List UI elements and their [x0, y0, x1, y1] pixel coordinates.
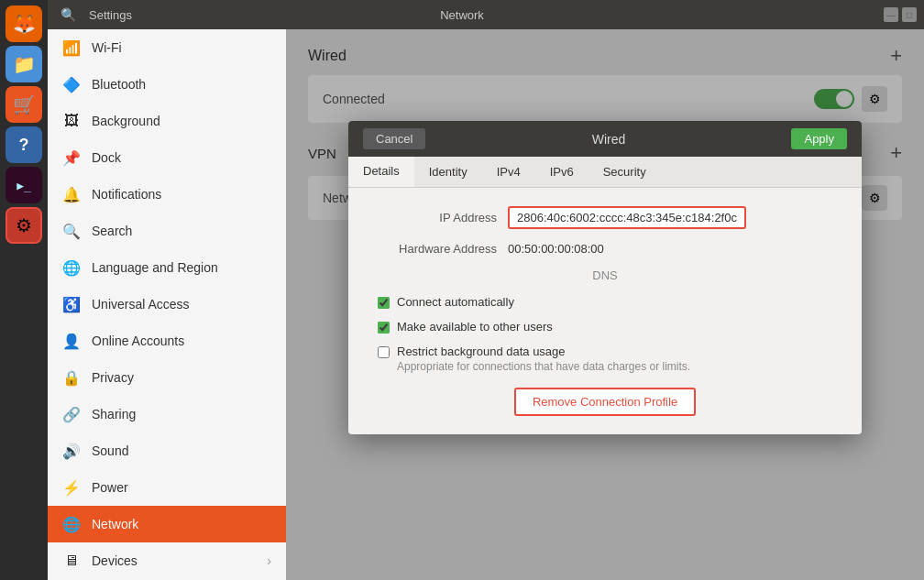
sidebar-item-label-universal-access: Universal Access	[92, 297, 190, 312]
sidebar-item-label-sound: Sound	[92, 443, 128, 458]
sidebar-item-devices[interactable]: 🖥 Devices ›	[48, 542, 286, 579]
sidebar-item-wifi[interactable]: 📶 Wi-Fi	[48, 29, 286, 66]
modal-title: Wired	[425, 132, 791, 147]
restrict-data-checkbox[interactable]	[378, 346, 390, 358]
sidebar-item-label-privacy: Privacy	[92, 370, 134, 385]
sidebar-item-bluetooth[interactable]: 🔷 Bluetooth	[48, 66, 286, 103]
universal-access-icon: ♿	[62, 295, 81, 313]
devices-icon: 🖥	[62, 552, 81, 570]
sidebar-item-label-background: Background	[92, 114, 160, 128]
titlebar-left: 🔍 Settings	[55, 5, 132, 24]
restrict-data-sublabel: Appropriate for connections that have da…	[397, 360, 690, 373]
modal-apply-button[interactable]: Apply	[791, 128, 847, 149]
sidebar-item-label-network: Network	[92, 517, 138, 531]
minimize-button[interactable]: —	[884, 7, 898, 22]
sidebar-item-sharing[interactable]: 🔗 Sharing	[48, 396, 286, 432]
titlebar-search-button[interactable]: 🔍	[55, 5, 82, 24]
sidebar-item-network[interactable]: 🌐 Network	[48, 506, 286, 542]
sidebar-item-label-devices: Devices	[92, 553, 138, 568]
sidebar-item-language[interactable]: 🌐 Language and Region	[48, 249, 286, 286]
modal-body: IP Address 2806:40c:6002:cccc:48c3:345e:…	[348, 188, 862, 434]
sidebar-item-label-search: Search	[92, 224, 132, 238]
sidebar-item-background[interactable]: 🖼 Background	[48, 103, 286, 139]
sidebar-item-notifications[interactable]: 🔔 Notifications	[48, 176, 286, 213]
settings-dock-icon[interactable]: ⚙	[6, 207, 42, 244]
ip-address-row: IP Address 2806:40c:6002:cccc:48c3:345e:…	[370, 206, 840, 229]
privacy-icon: 🔒	[62, 368, 81, 387]
power-icon: ⚡	[62, 478, 81, 497]
titlebar-network-title: Network	[440, 8, 484, 22]
tab-ipv4[interactable]: IPv4	[482, 157, 535, 187]
bluetooth-icon: 🔷	[62, 75, 81, 93]
dock-icon-sidebar: 📌	[62, 148, 81, 167]
online-accounts-icon: 👤	[62, 332, 81, 350]
modal-overlay: Cancel Wired Apply Details Identity IPv4…	[286, 29, 924, 580]
sharing-icon: 🔗	[62, 405, 81, 423]
sidebar-item-sound[interactable]: 🔊 Sound	[48, 432, 286, 469]
software-dock-icon[interactable]: 🛒	[6, 86, 42, 123]
files-dock-icon[interactable]: 📁	[6, 46, 42, 82]
content-area: 📶 Wi-Fi 🔷 Bluetooth 🖼 Background 📌 Dock …	[48, 29, 924, 580]
sidebar-item-search[interactable]: 🔍 Search	[48, 213, 286, 249]
sidebar-item-online-accounts[interactable]: 👤 Online Accounts	[48, 323, 286, 359]
dns-label: DNS	[370, 268, 840, 282]
sidebar-item-label-bluetooth: Bluetooth	[92, 77, 146, 92]
tab-identity[interactable]: Identity	[414, 157, 482, 187]
sidebar-item-universal-access[interactable]: ♿ Universal Access	[48, 286, 286, 323]
restrict-data-row: Restrict background data usage Appropria…	[370, 345, 840, 373]
network-icon: 🌐	[62, 515, 81, 533]
network-main-panel: Wired + Connected ⚙	[286, 29, 924, 580]
sidebar-item-dock[interactable]: 📌 Dock	[48, 139, 286, 176]
hardware-address-value: 00:50:00:00:08:00	[508, 242, 604, 256]
settings-sidebar: 📶 Wi-Fi 🔷 Bluetooth 🖼 Background 📌 Dock …	[48, 29, 286, 580]
sidebar-item-label-online-accounts: Online Accounts	[92, 334, 184, 348]
sidebar-item-label-sharing: Sharing	[92, 407, 136, 421]
sidebar-item-label-notifications: Notifications	[92, 187, 161, 202]
firefox-dock-icon[interactable]: 🦊	[6, 5, 42, 42]
restrict-data-label: Restrict background data usage	[397, 345, 690, 358]
sidebar-item-privacy[interactable]: 🔒 Privacy	[48, 359, 286, 396]
language-icon: 🌐	[62, 258, 81, 277]
sidebar-item-label-dock: Dock	[92, 150, 121, 165]
search-icon-sidebar: 🔍	[62, 222, 81, 240]
ip-address-label: IP Address	[370, 211, 508, 224]
modal-cancel-button[interactable]: Cancel	[363, 128, 425, 149]
ip-address-value: 2806:40c:6002:cccc:48c3:345e:c184:2f0c	[508, 206, 746, 229]
background-icon: 🖼	[62, 112, 81, 130]
make-available-checkbox[interactable]	[378, 322, 390, 334]
connect-auto-row: Connect automatically	[370, 295, 840, 309]
titlebar: 🔍 Settings Network — □	[48, 0, 924, 29]
application-dock: 🦊 📁 🛒 ? ▶_ ⚙	[0, 0, 48, 580]
help-dock-icon[interactable]: ?	[6, 126, 42, 163]
tab-ipv6[interactable]: IPv6	[535, 157, 588, 187]
sidebar-item-label-wifi: Wi-Fi	[92, 40, 122, 55]
titlebar-settings-title: Settings	[89, 8, 132, 22]
make-available-label: Make available to other users	[397, 320, 553, 334]
sidebar-item-power[interactable]: ⚡ Power	[48, 469, 286, 506]
tab-security[interactable]: Security	[588, 157, 661, 187]
modal-header: Cancel Wired Apply	[348, 121, 862, 157]
make-available-row: Make available to other users	[370, 320, 840, 334]
hardware-address-row: Hardware Address 00:50:00:00:08:00	[370, 242, 840, 256]
notifications-icon: 🔔	[62, 185, 81, 203]
wired-settings-modal: Cancel Wired Apply Details Identity IPv4…	[348, 121, 862, 434]
tab-details[interactable]: Details	[348, 157, 414, 187]
window-controls: — □	[884, 7, 917, 22]
terminal-dock-icon[interactable]: ▶_	[6, 167, 42, 203]
sound-icon: 🔊	[62, 442, 81, 460]
modal-tabs: Details Identity IPv4 IPv6 Security	[348, 157, 862, 188]
sidebar-item-label-power: Power	[92, 480, 128, 495]
connect-auto-checkbox[interactable]	[378, 297, 390, 309]
sidebar-item-label-language: Language and Region	[92, 260, 218, 275]
hardware-address-label: Hardware Address	[370, 242, 508, 256]
chevron-right-icon: ›	[267, 553, 271, 568]
main-window: 🔍 Settings Network — □ 📶 Wi-Fi 🔷 Bluetoo…	[48, 0, 924, 580]
maximize-button[interactable]: □	[902, 7, 917, 22]
connect-auto-label: Connect automatically	[397, 295, 514, 309]
wifi-icon: 📶	[62, 38, 81, 57]
remove-connection-button[interactable]: Remove Connection Profile	[514, 388, 696, 416]
